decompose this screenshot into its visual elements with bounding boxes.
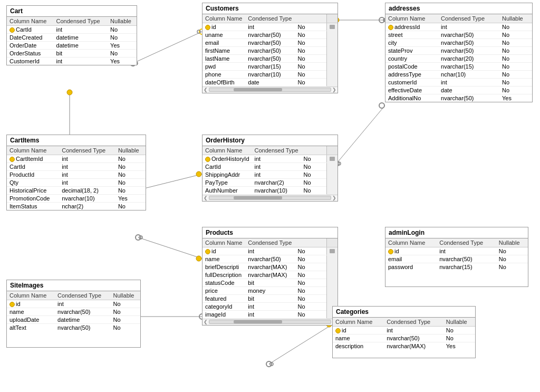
cell: No (301, 179, 327, 187)
cell: int (252, 155, 301, 163)
cell: nvarchar(15) (437, 263, 496, 271)
table-row: customerId int No (385, 79, 532, 87)
table-row: dateOfBirth date No (202, 79, 338, 87)
horizontal-scrollbar[interactable]: ❮ ❯ (202, 87, 338, 93)
cell: AdditionalNo (385, 94, 438, 102)
table-row: email nvarchar(50) No (202, 39, 338, 47)
table-row: name nvarchar(50) No (202, 255, 338, 263)
table-row: name nvarchar(50) No (333, 334, 475, 342)
table-row: CartItemId int No (7, 155, 146, 163)
col-type-header: Condensed Type (55, 291, 110, 300)
cell: password (385, 263, 437, 271)
col-nullable-header: Nullable (115, 146, 146, 155)
table-row: price money No (202, 287, 338, 295)
cell: int (245, 247, 295, 255)
col-name-header: Column Name (385, 14, 438, 23)
table-row: addressId int No (385, 23, 532, 31)
col-nullable-header (295, 238, 327, 247)
cell: nvarchar(10) (252, 187, 301, 195)
table-row: altText nvarchar(50) No (7, 324, 140, 332)
cell: nvarchar(50) (245, 255, 295, 263)
table-row: description nvarchar(MAX) Yes (333, 342, 475, 350)
horizontal-scrollbar[interactable]: ❮ ❯ (202, 195, 338, 201)
cell: No (295, 295, 327, 303)
svg-line-9 (138, 174, 202, 190)
table-row: OrderDate datetime Yes (7, 42, 137, 50)
cell: No (496, 263, 528, 271)
cell: No (499, 31, 532, 39)
cell: int (245, 23, 295, 31)
cartitems-table: CartItems Column Name Condensed Type Nul… (6, 135, 146, 211)
table-row: postalCode nvarchar(15) No (385, 63, 532, 71)
cell: dateOfBirth (202, 79, 245, 87)
cell: DateCreated (7, 34, 54, 42)
col-nullable-header (295, 14, 327, 23)
cart-col-nullable-header: Nullable (108, 17, 137, 26)
table-row: uname nvarchar(50) No (202, 31, 338, 39)
cell: No (295, 79, 327, 87)
col-type-header: Condensed Type (245, 14, 295, 23)
table-row: id int No (385, 247, 528, 255)
cell: int (438, 23, 499, 31)
cell: imageId (202, 311, 245, 319)
cell: email (385, 255, 437, 263)
cell: nvarchar(15) (438, 63, 499, 71)
cell: id (7, 300, 55, 308)
horizontal-scrollbar[interactable]: ❮ ❯ (202, 319, 338, 325)
table-row: CartId int No (7, 26, 137, 34)
adminlogin-table-title: adminLogin (385, 227, 528, 238)
cell: int (245, 311, 295, 319)
col-nullable-header: Nullable (496, 238, 528, 247)
table-row: street nvarchar(50) No (385, 31, 532, 39)
cell: datetime (54, 42, 108, 50)
cell: decimal(18, 2) (59, 187, 115, 195)
svg-point-15 (379, 17, 384, 23)
cell: firstName (202, 47, 245, 55)
cell: price (202, 287, 245, 295)
cell: nvarchar(20) (438, 55, 499, 63)
cell: No (295, 303, 327, 311)
svg-point-12 (196, 171, 201, 177)
cell: nvarchar(50) (438, 31, 499, 39)
cell: No (301, 163, 327, 171)
cell: ShippingAddr (202, 171, 252, 179)
cell: Qty (7, 179, 59, 187)
cell: date (438, 87, 499, 94)
cell: No (108, 34, 137, 42)
svg-line-29 (138, 237, 202, 259)
cell: No (499, 63, 532, 71)
table-row: name nvarchar(50) No (7, 308, 140, 316)
cell: int (59, 171, 115, 179)
table-row: firstName nvarchar(50) No (202, 47, 338, 55)
table-row: city nvarchar(50) No (385, 39, 532, 47)
addresses-table: addresses Column Name Condensed Type Nul… (385, 3, 533, 102)
cell: OrderStatus (7, 50, 54, 58)
cell: effectiveDate (385, 87, 438, 94)
cell: PayType (202, 179, 252, 187)
table-row: CartId int No (202, 163, 338, 171)
table-row: CartId int No (7, 163, 146, 171)
cell: nchar(10) (438, 71, 499, 79)
cell: nvarchar(2) (252, 179, 301, 187)
cell: fullDescription (202, 271, 245, 279)
table-row: CustomerId int Yes (7, 58, 137, 65)
cell: postalCode (385, 63, 438, 71)
cell: OrderDate (7, 42, 54, 50)
cell: street (385, 31, 438, 39)
cell: id (202, 23, 245, 31)
cell: int (59, 163, 115, 171)
cell: stateProv (385, 47, 438, 55)
cell: No (499, 71, 532, 79)
cell: nvarchar(50) (438, 39, 499, 47)
cell: No (115, 203, 146, 211)
col-name-header: Column Name (202, 14, 245, 23)
cell: CustomerId (7, 58, 54, 65)
cart-col-name-header: Column Name (7, 17, 54, 26)
cell: money (245, 287, 295, 295)
cell: nvarchar(15) (245, 63, 295, 71)
cell: No (295, 55, 327, 63)
cell: No (108, 50, 137, 58)
cart-col-type-header: Condensed Type (54, 17, 108, 26)
cell: No (301, 155, 327, 163)
cell: description (333, 342, 384, 350)
